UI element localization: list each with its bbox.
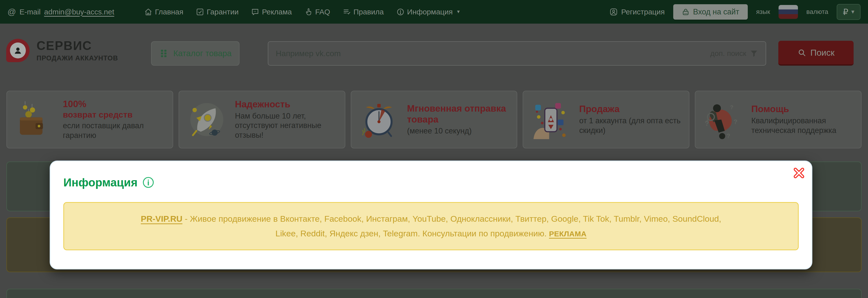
search-field: доп. поиск bbox=[268, 41, 766, 66]
card-title: Мгновенная отправка товара bbox=[407, 103, 511, 125]
logo-subtitle: ПРОДАЖИ АККАУНТОВ bbox=[36, 54, 118, 62]
card-text: (менее 10 секунд) bbox=[407, 126, 511, 136]
search-button-label: Поиск bbox=[810, 48, 834, 58]
ruble-icon: ₽ bbox=[843, 7, 848, 17]
search-button[interactable]: Поиск bbox=[778, 41, 854, 66]
grid-icon bbox=[159, 49, 168, 58]
svg-text:?: ? bbox=[730, 104, 734, 110]
alarm-clock-illustration bbox=[357, 97, 401, 142]
topbar: @ E-mail admin@buy-accs.net Главная Гара… bbox=[0, 0, 868, 24]
feature-card-sale: Продажа от 1 аккаунта (для опта есть ски… bbox=[523, 91, 689, 148]
phone-social-illustration bbox=[529, 97, 572, 142]
svg-text:?: ? bbox=[726, 132, 731, 139]
register-label: Регистрация bbox=[621, 8, 664, 16]
email-label: E-mail bbox=[20, 8, 41, 16]
svg-text:?: ? bbox=[705, 120, 709, 127]
card-text: Нам больше 10 лет, отсутствуют негативны… bbox=[235, 111, 339, 140]
feature-card-help: ? ? ? ? Помощь Квалифицированная техниче… bbox=[695, 91, 862, 148]
info-band-green-2 bbox=[6, 289, 862, 298]
catalog-button-label: Каталог товара bbox=[174, 49, 231, 58]
card-text: Квалифицированная техническая поддержка bbox=[751, 116, 855, 136]
login-label: Вход на сайт bbox=[693, 7, 739, 17]
lock-icon bbox=[682, 8, 690, 16]
information-modal: Информация PR-VIP.RU - Живое продвижение… bbox=[50, 160, 812, 269]
chevron-down-icon: ▼ bbox=[456, 9, 461, 14]
chat-bubble-icon bbox=[251, 8, 259, 16]
wallet-coins-illustration bbox=[13, 97, 56, 142]
rules-list-icon bbox=[343, 8, 351, 16]
currency-button[interactable]: ₽ ▼ bbox=[837, 4, 861, 20]
page: @ E-mail admin@buy-accs.net Главная Гара… bbox=[0, 0, 868, 298]
email-link[interactable]: admin@buy-accs.net bbox=[44, 8, 114, 16]
close-button[interactable] bbox=[792, 166, 806, 180]
site-logo[interactable]: СЕРВИС ПРОДАЖИ АККАУНТОВ bbox=[6, 38, 118, 62]
user-icon bbox=[609, 7, 618, 17]
language-label: язык bbox=[756, 8, 770, 16]
nav-label: Главная bbox=[155, 8, 183, 16]
modal-title: Информация bbox=[63, 176, 137, 189]
nav-label: FAQ bbox=[315, 8, 330, 16]
logo-title: СЕРВИС bbox=[36, 38, 118, 53]
nav-item-information[interactable]: Информация ▼ bbox=[396, 8, 461, 16]
card-title: 100% bbox=[63, 99, 167, 110]
advanced-search-label: доп. поиск bbox=[710, 49, 746, 58]
card-title: Помощь bbox=[751, 103, 855, 115]
guarantee-check-icon bbox=[196, 8, 204, 16]
card-text: от 1 аккаунта (для опта есть скидки) bbox=[579, 116, 683, 136]
currency-label: валюта bbox=[806, 8, 828, 16]
rocket-illustration bbox=[185, 97, 228, 142]
nav-label: Гарантии bbox=[207, 8, 239, 16]
catalog-button[interactable]: Каталог товара bbox=[151, 41, 240, 66]
ad-link[interactable]: РЕКЛАМА bbox=[549, 230, 587, 238]
filter-funnel-icon bbox=[750, 49, 758, 58]
promo-notice: PR-VIP.RU - Живое продвижение в Вконтакт… bbox=[63, 202, 799, 250]
logo-avatar-icon bbox=[6, 39, 30, 62]
nav-item-faq[interactable]: FAQ bbox=[304, 8, 330, 16]
main-nav: Главная Гарантии FAQ Реклама FAQ Правила bbox=[144, 8, 461, 16]
logo-text: СЕРВИС ПРОДАЖИ АККАУНТОВ bbox=[36, 38, 118, 62]
nav-item-home[interactable]: Главная bbox=[144, 8, 183, 16]
tap-hand-icon bbox=[304, 8, 313, 16]
search-icon bbox=[798, 48, 806, 57]
card-title: Продажа bbox=[579, 103, 683, 115]
nav-item-ads[interactable]: FAQ Реклама bbox=[251, 8, 292, 16]
chevron-down-icon: ▼ bbox=[851, 9, 854, 14]
support-question-illustration: ? ? ? ? bbox=[701, 97, 745, 142]
nav-item-rules[interactable]: Правила bbox=[343, 8, 384, 16]
feature-cards: 100% возврат средств если поставщик дава… bbox=[6, 91, 862, 148]
alert-circle-icon bbox=[396, 8, 405, 16]
email-group: @ E-mail admin@buy-accs.net bbox=[7, 7, 114, 17]
nav-label: Реклама bbox=[262, 8, 292, 16]
svg-text:?: ? bbox=[734, 118, 738, 125]
card-subtitle: возврат средств bbox=[63, 110, 167, 120]
russia-flag-icon[interactable] bbox=[779, 5, 798, 19]
nav-label: Информация bbox=[407, 8, 453, 16]
pr-vip-link[interactable]: PR-VIP.RU bbox=[141, 214, 183, 224]
nav-label: Правила bbox=[353, 8, 384, 16]
promo-text: PR-VIP.RU - Живое продвижение в Вконтакт… bbox=[135, 211, 726, 241]
login-button[interactable]: Вход на сайт bbox=[673, 4, 748, 20]
search-input[interactable] bbox=[276, 49, 710, 58]
promo-body: - Живое продвижение в Вконтакте, Faceboo… bbox=[182, 214, 721, 238]
modal-header: Информация bbox=[63, 176, 154, 189]
advanced-search-toggle[interactable]: доп. поиск bbox=[710, 49, 758, 58]
nav-item-guarantees[interactable]: Гарантии bbox=[196, 8, 239, 16]
card-title: Надежность bbox=[235, 99, 339, 110]
feature-card-instant-delivery: Мгновенная отправка товара (менее 10 сек… bbox=[351, 91, 518, 148]
info-circle-icon bbox=[142, 176, 154, 188]
topbar-right: Регистрация Вход на сайт язык валюта ₽ ▼ bbox=[609, 4, 861, 20]
close-icon bbox=[792, 166, 806, 180]
card-text: если поставщик давал гарантию bbox=[63, 121, 167, 141]
register-link[interactable]: Регистрация bbox=[609, 7, 664, 17]
home-icon bbox=[144, 8, 153, 16]
feature-card-refund: 100% возврат средств если поставщик дава… bbox=[6, 91, 173, 148]
feature-card-reliability: Надежность Нам больше 10 лет, отсутствую… bbox=[179, 91, 345, 148]
email-at-icon: @ bbox=[7, 7, 16, 17]
